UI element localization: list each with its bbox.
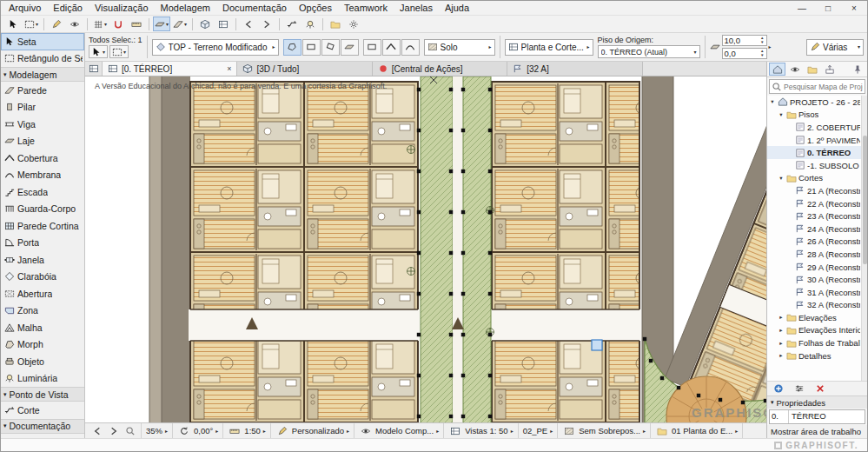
tree-item-31-a-reconstrucao-a[interactable]: 31 A (Reconstrução A <box>767 286 867 299</box>
tab-project-map[interactable] <box>769 63 785 76</box>
toolbox-item-zona[interactable]: Zona <box>1 302 84 320</box>
select-tool-button[interactable] <box>4 17 22 31</box>
home-story-combo[interactable]: 0. TÉRREO (Atual) ▾ <box>598 45 700 58</box>
display-combo[interactable]: Planta e Corte... ▸ <box>505 39 593 56</box>
tree-item-detalhes[interactable]: ▸Detalhes <box>767 349 867 362</box>
toolbox-item-laje[interactable]: Laje <box>1 133 84 150</box>
expander-closed-icon[interactable]: ▸ <box>778 327 785 334</box>
overlay-control[interactable]: Sem Sobrepos...▸ <box>558 423 651 438</box>
menu-janelas[interactable]: Janelas <box>394 2 439 14</box>
toolbox-item-parede-cortina[interactable]: Parede Cortina <box>1 217 84 235</box>
pen-set-control[interactable]: Personalizado▸ <box>271 423 354 438</box>
slab-tool-button[interactable]: ▾ <box>153 17 170 31</box>
drawing-canvas[interactable]: A Versão Educacional do Archicad, não é … <box>85 76 766 422</box>
toolbox-item-retangulo-de-selec[interactable]: Retângulo de Seleç... <box>1 50 84 68</box>
story-name-field[interactable]: TÉRREO <box>789 410 865 423</box>
expander-closed-icon[interactable]: ▸ <box>778 352 785 359</box>
toolbox-item-cobertura[interactable]: Cobertura <box>1 150 84 167</box>
geom-slab-button[interactable] <box>341 39 359 56</box>
form-sloped-button[interactable] <box>382 39 401 56</box>
toolbox-section-modelagem[interactable]: ▾Modelagem <box>1 67 84 82</box>
toolbox-item-luminaria[interactable]: Luminária <box>1 370 84 388</box>
toolbox-item-morph[interactable]: Morph <box>1 336 84 354</box>
zoom-tool-icon[interactable] <box>123 425 137 437</box>
menu-documentacao[interactable]: Documentação <box>216 2 293 14</box>
spinner-icon[interactable]: ▲▼ <box>760 37 764 44</box>
toolbox-section-documentacao[interactable]: ▾Documentação <box>1 419 84 434</box>
tab-list-button[interactable] <box>85 62 103 76</box>
zoom-control[interactable]: 35%▸ <box>142 423 173 438</box>
tree-item-29-a-reconstrucao-a[interactable]: 29 A (Reconstrução A <box>767 261 867 274</box>
visibility-button[interactable] <box>66 17 83 31</box>
building-left[interactable] <box>190 82 418 422</box>
tree-scrollbar[interactable] <box>861 96 867 381</box>
menu-modelagem[interactable]: Modelagem <box>155 2 216 14</box>
tree-item-projeto-26-28-04-ram[interactable]: ▾PROJETO - 26 - 28.04 RAM <box>767 96 867 109</box>
thickness-field[interactable]: 10,0▲▼ <box>722 35 767 46</box>
maximize-button[interactable]: □ <box>815 3 841 13</box>
expander-closed-icon[interactable]: ▸ <box>778 340 785 347</box>
grid-snap-button[interactable]: ▾ <box>91 17 109 31</box>
tree-item-cortes[interactable]: ▾Cortes <box>767 172 867 185</box>
story-number-field[interactable]: 0. <box>770 410 789 423</box>
toolbox-item-porta[interactable]: Porta <box>1 235 84 252</box>
selection-mode-button[interactable]: ▾ <box>89 45 108 58</box>
menu-opcoes[interactable]: Opções <box>293 2 338 14</box>
toolbox-item-guarda-corpo[interactable]: Guarda-Corpo <box>1 201 84 218</box>
pen-tool-button[interactable] <box>48 17 65 31</box>
geom-polygon-button[interactable] <box>283 39 301 56</box>
toolbox-item-abertura[interactable]: Abertura <box>1 285 84 302</box>
form-shell-button[interactable] <box>401 39 420 56</box>
tree-item-pisos[interactable]: ▾Pisos <box>767 109 867 122</box>
offset-field[interactable]: 0,0▲▼ <box>722 48 767 59</box>
lamp-tool-button[interactable] <box>301 17 319 31</box>
tree-settings-icon[interactable] <box>792 382 806 395</box>
back-icon[interactable] <box>90 425 104 437</box>
toolbox-item-escada[interactable]: Escada <box>1 183 84 201</box>
search-input[interactable] <box>784 83 863 91</box>
scale-control[interactable]: 1:50▸ <box>223 423 271 438</box>
model-view-control[interactable]: Modelo Comp...▸ <box>354 423 444 438</box>
expander-open-icon[interactable]: ▾ <box>769 98 776 105</box>
tree-item-24-a-reconstrucao-a[interactable]: 24 A (Reconstrução A <box>767 223 867 236</box>
tree-item-1-subsolo[interactable]: -1. SUBSOLO <box>767 159 867 172</box>
toolbox-item-malha[interactable]: Malha <box>1 319 84 336</box>
toolbox-item-objeto[interactable]: Objeto <box>1 353 84 370</box>
surface-combo[interactable]: TOP - Terreno Modificado ▸ <box>152 39 279 56</box>
close-button[interactable]: × <box>841 3 867 13</box>
scrollbar-thumb[interactable] <box>863 136 867 264</box>
form-flat-button[interactable] <box>363 39 381 56</box>
selection-filter-button[interactable]: ▾ <box>109 45 129 58</box>
tree-item-23-a-reconstrucao-a[interactable]: 23 A (Reconstrução A <box>767 209 867 223</box>
toolbox-item-viga[interactable]: Viga <box>1 116 84 133</box>
toolbox-item-parede[interactable]: Parede <box>1 82 84 99</box>
add-viewpoint-icon[interactable] <box>772 382 785 395</box>
pen-combo[interactable]: Várias ▾ <box>806 39 864 56</box>
snap-magnet-button[interactable] <box>109 17 127 31</box>
fill-combo[interactable]: Solo ▸ <box>424 39 495 56</box>
geom-rect-button[interactable] <box>302 39 321 56</box>
menu-teamwork[interactable]: Teamwork <box>338 2 394 14</box>
menu-edicao[interactable]: Edição <box>47 2 89 14</box>
tab-central-de-acoes[interactable]: [Central de Ações] <box>373 62 507 76</box>
tree-item-26-a-reconstrucao-a[interactable]: 26 A (Reconstrução A <box>767 236 867 249</box>
view-settings-control[interactable]: Vistas 1: 50▸ <box>444 423 518 438</box>
settings-button[interactable] <box>345 17 362 31</box>
tree-item-1-2-pavimento[interactable]: 1. 2º PAVIMENTO <box>767 134 867 147</box>
section-tool-button[interactable] <box>283 17 301 31</box>
tree-item-30-a-reconstrucao-a[interactable]: 30 A (Reconstrução A <box>767 273 867 286</box>
tree-item-32-a-reconstrucao-a[interactable]: 32 A (Reconstrução A <box>767 299 867 312</box>
wall-tool-button[interactable]: ▾ <box>171 17 189 31</box>
workspace-toggle[interactable]: Mostrar área de trabalho <box>767 425 867 438</box>
toolbox-item-seta[interactable]: Seta <box>1 33 84 50</box>
geom-rotated-rect-button[interactable] <box>321 39 340 56</box>
toolbox-item-claraboia[interactable]: Clarabóia <box>1 269 84 286</box>
tab-32a[interactable]: [32 A] <box>507 62 642 76</box>
view-plan-button[interactable] <box>215 17 232 31</box>
forward-icon[interactable] <box>107 425 121 437</box>
tree-item-2-cobertura[interactable]: 2. COBERTURA <box>767 121 867 134</box>
toolbox-section-ponto-de-vista[interactable]: ▾Ponto de Vista <box>1 387 84 402</box>
delete-icon[interactable] <box>813 382 827 395</box>
tab-terreo[interactable]: [0. TÉRREO] × <box>103 62 237 76</box>
rotation-control[interactable]: 0,00°▸ <box>173 423 223 438</box>
